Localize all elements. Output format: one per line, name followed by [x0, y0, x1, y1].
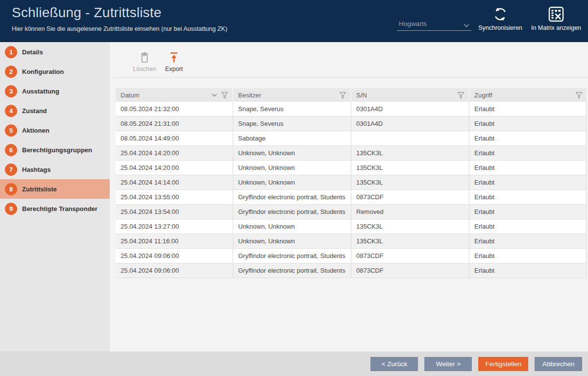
cell-besitzer: Gryffindor electronic portrait, Students	[233, 190, 351, 204]
sidebar-item-label: Aktionen	[22, 127, 49, 134]
cell-datum: 25.04.2024 14:14:00	[116, 175, 233, 189]
cancel-button[interactable]: Abbrechen	[535, 357, 582, 371]
step-number-badge: 5	[5, 124, 17, 137]
access-table-header: DatumBesitzerS/NZugriff	[116, 88, 587, 102]
wizard-footer: < Zurück Weiter > Fertigstellen Abbreche…	[0, 352, 588, 376]
column-header-s-n[interactable]: S/N	[351, 88, 469, 102]
matrix-icon	[527, 6, 585, 24]
show-in-matrix-button[interactable]: In Matrix anzeigen	[527, 6, 585, 36]
column-header-label: Datum	[121, 92, 212, 99]
sidebar-item-ausstattung[interactable]: 3Ausstattung	[0, 81, 110, 101]
table-row[interactable]: 08.05.2024 21:31:00Snape, Severus0301A4D…	[116, 117, 587, 131]
page-title: Schließung - Zutrittsliste	[12, 5, 162, 21]
sidebar-item-label: Details	[22, 48, 43, 56]
cell-besitzer: Gryffindor electronic portrait, Students	[233, 205, 351, 219]
table-row[interactable]: 25.04.2024 14:20:00Unknown, Unknown135CK…	[116, 161, 587, 175]
cell-besitzer: Sabotage	[233, 131, 351, 145]
table-row[interactable]: 25.04.2024 13:27:00Unknown, Unknown135CK…	[116, 219, 587, 234]
cell-sn: 135CK3L	[351, 146, 469, 160]
synchronize-label: Synchronisieren	[472, 24, 529, 31]
project-selector-value: Hogwarts	[399, 20, 427, 27]
project-selector[interactable]: Hogwarts	[397, 19, 471, 31]
sidebar-item-zustand[interactable]: 4Zustand	[0, 101, 110, 120]
table-row[interactable]: 25.04.2024 14:20:00Unknown, Unknown135CK…	[116, 146, 587, 161]
title-bar: Schließung - Zutrittsliste Hier können S…	[0, 0, 588, 42]
cell-sn: Removed	[351, 205, 469, 219]
cell-zugriff: Erlaubt	[469, 102, 587, 116]
filter-funnel-icon[interactable]	[457, 92, 465, 99]
cell-zugriff: Erlaubt	[469, 117, 587, 131]
filter-funnel-icon[interactable]	[221, 92, 228, 99]
table-row[interactable]: 25.04.2024 14:14:00Unknown, Unknown135CK…	[116, 175, 587, 190]
sidebar-item-label: Zustand	[22, 107, 47, 115]
table-row[interactable]: 25.04.2024 13:55:00Gryffindor electronic…	[116, 190, 587, 205]
column-header-datum[interactable]: Datum	[116, 88, 233, 102]
column-header-besitzer[interactable]: Besitzer	[233, 88, 351, 102]
table-row[interactable]: 25.04.2024 09:06:00Gryffindor electronic…	[116, 249, 587, 263]
sidebar-item-hashtags[interactable]: 7Hashtags	[0, 160, 110, 179]
table-row[interactable]: 08.05.2024 14:49:00SabotageErlaubt	[116, 131, 587, 146]
cell-besitzer: Unknown, Unknown	[233, 219, 351, 234]
sidebar-item-berechtigte-transponder[interactable]: 9Berechtigte Transponder	[0, 199, 110, 218]
sidebar-item-berechtigungsgruppen[interactable]: 6Berechtigungsgruppen	[0, 140, 110, 160]
cell-datum: 25.04.2024 13:27:00	[116, 219, 233, 234]
column-header-label: Zugriff	[474, 92, 575, 99]
cell-sn: 135CK3L	[351, 175, 469, 189]
export-up-arrow-icon	[158, 52, 190, 64]
delete-button[interactable]: Löschen	[129, 52, 160, 72]
cell-besitzer: Unknown, Unknown	[233, 146, 351, 160]
sort-descending-icon	[212, 94, 217, 97]
cell-sn	[351, 131, 469, 145]
cell-zugriff: Erlaubt	[469, 205, 587, 219]
cell-datum: 25.04.2024 09:06:00	[116, 263, 233, 278]
cell-besitzer: Unknown, Unknown	[233, 234, 351, 248]
filter-funnel-icon[interactable]	[339, 92, 346, 99]
back-button[interactable]: < Zurück	[370, 357, 418, 371]
cell-zugriff: Erlaubt	[469, 161, 587, 175]
trash-icon	[129, 52, 160, 64]
sidebar-item-label: Ausstattung	[22, 88, 59, 95]
export-label: Export	[158, 66, 190, 72]
step-number-badge: 2	[5, 66, 17, 78]
table-row[interactable]: 25.04.2024 09:06:00Gryffindor electronic…	[116, 263, 587, 278]
cell-sn: 135CK3L	[351, 219, 469, 234]
cell-besitzer: Snape, Severus	[233, 102, 351, 116]
cell-datum: 25.04.2024 09:06:00	[116, 249, 233, 263]
cell-zugriff: Erlaubt	[469, 190, 587, 204]
cell-sn: 135CK3L	[351, 234, 469, 248]
synchronize-button[interactable]: Synchronisieren	[472, 6, 529, 36]
delete-label: Löschen	[129, 66, 160, 72]
next-button[interactable]: Weiter >	[424, 357, 472, 371]
sidebar-item-aktionen[interactable]: 5Aktionen	[0, 120, 110, 140]
access-table-body: 08.05.2024 21:32:00Snape, Severus0301A4D…	[116, 102, 587, 278]
table-row[interactable]: 25.04.2024 11:16:00Unknown, Unknown135CK…	[116, 234, 587, 249]
cell-datum: 08.05.2024 21:32:00	[116, 102, 233, 116]
step-number-badge: 8	[5, 183, 17, 195]
cell-datum: 25.04.2024 14:20:00	[116, 161, 233, 175]
sidebar-item-zutrittsliste[interactable]: 8Zutrittsliste	[0, 179, 110, 199]
cell-zugriff: Erlaubt	[469, 263, 587, 278]
sidebar-item-label: Hashtags	[22, 166, 51, 173]
finish-button[interactable]: Fertigstellen	[478, 357, 528, 371]
step-number-badge: 7	[5, 164, 17, 176]
filter-funnel-icon[interactable]	[575, 92, 583, 99]
cell-sn: 0301A4D	[351, 117, 469, 131]
step-number-badge: 1	[5, 46, 17, 58]
chevron-down-icon	[464, 22, 469, 29]
step-number-badge: 9	[5, 203, 17, 215]
export-button[interactable]: Export	[158, 52, 190, 72]
sidebar-item-konfiguration[interactable]: 2Konfiguration	[0, 62, 110, 81]
sidebar-item-label: Zutrittsliste	[22, 186, 57, 193]
cell-datum: 08.05.2024 14:49:00	[116, 131, 233, 145]
column-header-label: Besitzer	[238, 92, 339, 99]
column-header-zugriff[interactable]: Zugriff	[469, 88, 587, 102]
cell-sn: 135CK3L	[351, 161, 469, 175]
wizard-step-sidebar: 1Details2Konfiguration3Ausstattung4Zusta…	[0, 42, 110, 352]
table-row[interactable]: 08.05.2024 21:32:00Snape, Severus0301A4D…	[116, 102, 587, 117]
sidebar-item-details[interactable]: 1Details	[0, 42, 110, 62]
cell-zugriff: Erlaubt	[469, 146, 587, 160]
cell-besitzer: Snape, Severus	[233, 117, 351, 131]
table-row[interactable]: 25.04.2024 13:54:00Gryffindor electronic…	[116, 205, 587, 219]
cell-sn: 0873CDF	[351, 190, 469, 204]
show-in-matrix-label: In Matrix anzeigen	[527, 24, 585, 31]
